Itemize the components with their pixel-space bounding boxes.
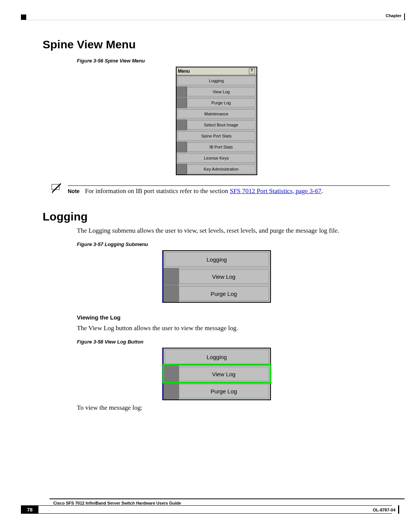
submenu-item-view-log-highlighted[interactable]: View Log: [164, 365, 270, 382]
note-text-pre: For information on IB port statistics re…: [85, 187, 230, 195]
section-title-spine: Spine View Menu: [43, 38, 390, 51]
page-number: 78: [21, 505, 38, 514]
chapter-label: Chapter: [386, 13, 401, 18]
menu-title-row: Menu ?: [177, 67, 256, 75]
header-rule: [21, 20, 405, 20]
note-text: For information on IB port statistics re…: [85, 187, 323, 195]
menu-item-label: Spine Port Stats: [177, 131, 256, 141]
menu-item-maintenance[interactable]: Maintenance: [177, 108, 256, 119]
menu-item-label: View Log: [187, 87, 256, 96]
menu-stub-icon: [177, 120, 187, 130]
to-view-text: To view the message log:: [77, 404, 390, 412]
pencil-icon: [51, 183, 62, 195]
menu-item-label: Maintenance: [177, 109, 256, 118]
menu-stub-icon: [177, 97, 187, 108]
help-icon[interactable]: ?: [249, 68, 255, 74]
figure-caption-56: Figure 3-56 Spine View Menu: [77, 58, 390, 64]
viewing-log-heading: Viewing the Log: [77, 314, 390, 321]
submenu-item-label: Logging: [165, 252, 269, 267]
menu-item-label: Purge Log: [187, 98, 256, 107]
submenu-item-purge-log[interactable]: Purge Log: [164, 285, 270, 302]
menu-item-label: IB Port Stats: [187, 142, 256, 152]
logging-submenu: Logging View Log Purge Log: [162, 250, 271, 303]
footer-bar-end-icon: [398, 505, 399, 514]
page-content: Spine View Menu Figure 3-56 Spine View M…: [43, 38, 390, 482]
menu-item-select-boot[interactable]: Select Boot Image: [177, 119, 256, 130]
submenu-item-label: View Log: [179, 269, 269, 284]
submenu-item-logging[interactable]: Logging: [164, 348, 270, 365]
menu-item-key-admin[interactable]: Key Administration: [177, 163, 256, 174]
header-bar-end-icon: [404, 13, 405, 20]
footer-doc-id: OL-8787-04: [373, 508, 395, 512]
footer-tail-rule: [38, 505, 392, 514]
note-text-post: .: [322, 187, 323, 195]
footer-page-box: 78: [21, 505, 392, 514]
menu-item-logging[interactable]: Logging: [177, 75, 256, 86]
submenu-item-label: Purge Log: [179, 384, 269, 398]
menu-item-label: Logging: [177, 76, 256, 85]
menu-stub-icon: [164, 285, 179, 302]
spine-view-menu: Menu ? Logging View Log Purge Log Mainte…: [176, 67, 257, 175]
menu-item-label: Select Boot Image: [187, 120, 256, 129]
submenu-item-label: View Log: [179, 367, 269, 381]
figure-caption-58: Figure 3-58 View Log Button: [77, 339, 390, 345]
submenu-item-label: Logging: [165, 350, 269, 364]
menu-item-view-log[interactable]: View Log: [177, 86, 256, 97]
submenu-item-view-log[interactable]: View Log: [164, 268, 270, 285]
menu-title: Menu: [178, 69, 190, 74]
menu-stub-icon: [164, 366, 179, 382]
menu-item-label: License Keys: [177, 153, 256, 163]
submenu-item-label: Purge Log: [179, 286, 269, 301]
menu-item-license-keys[interactable]: License Keys: [177, 152, 256, 163]
menu-stub-icon: [164, 383, 179, 399]
menu-item-ib-port-stats[interactable]: IB Port Stats: [177, 141, 256, 152]
menu-stub-icon: [164, 268, 179, 285]
menu-stub-icon: [177, 164, 187, 174]
note-link[interactable]: SFS 7012 Port Statistics, page 3-67: [230, 187, 322, 195]
header-square-icon: [21, 14, 26, 20]
submenu-item-purge-log[interactable]: Purge Log: [164, 382, 270, 399]
section-title-logging: Logging: [43, 210, 390, 223]
menu-stub-icon: [177, 86, 187, 97]
note-label: Note: [68, 188, 80, 194]
viewlog-intro-text: The View Log button allows the user to v…: [77, 324, 390, 332]
menu-item-spine-port-stats[interactable]: Spine Port Stats: [177, 130, 256, 141]
note-block: Note For information on IB port statisti…: [51, 183, 390, 195]
figure-caption-57: Figure 3-57 Logging Submenu: [77, 241, 390, 247]
page-header: Chapter: [21, 14, 411, 21]
page-footer: Cisco SFS 7012 InfiniBand Server Switch …: [21, 498, 405, 517]
menu-item-purge-log[interactable]: Purge Log: [177, 97, 256, 108]
logging-intro-text: The Logging submenu allows the user to v…: [77, 227, 390, 235]
submenu-item-logging[interactable]: Logging: [164, 251, 270, 268]
footer-rule: [49, 498, 405, 499]
footer-guide-title: Cisco SFS 7012 InfiniBand Server Switch …: [53, 501, 181, 505]
view-log-button-figure: Logging View Log Purge Log: [162, 348, 271, 400]
menu-stub-icon: [177, 142, 187, 152]
menu-item-label: Key Administration: [187, 165, 256, 174]
